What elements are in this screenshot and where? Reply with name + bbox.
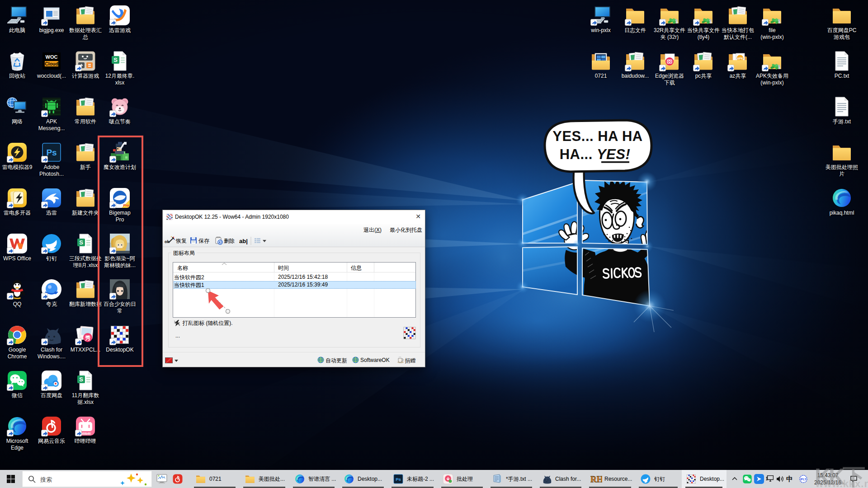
svg-text:删除: 删除 xyxy=(224,238,235,244)
svg-text:恢复: 恢复 xyxy=(175,238,187,244)
svg-text:iFLY: iFLY xyxy=(800,478,807,481)
svg-text:YES... HA HA: YES... HA HA xyxy=(552,128,643,144)
svg-text:保存: 保存 xyxy=(198,238,209,244)
svg-text:ab|: ab| xyxy=(239,238,248,244)
svg-text:RH: RH xyxy=(590,474,602,484)
svg-text:HA... YES!: HA... YES! xyxy=(560,146,631,162)
